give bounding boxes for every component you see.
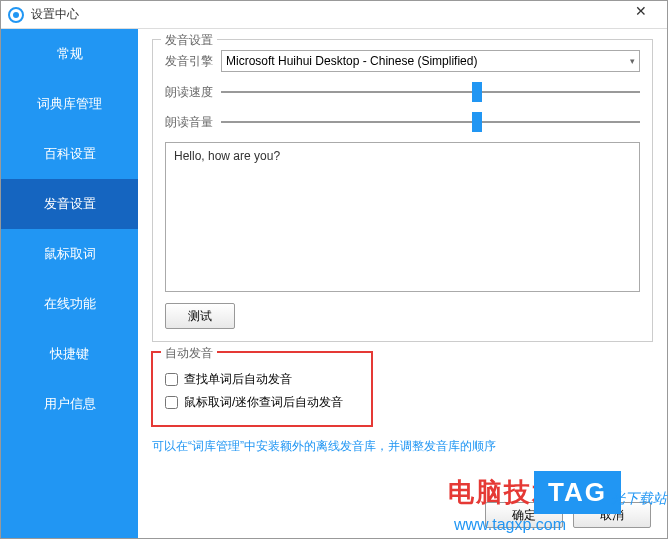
sidebar-item-shortcut[interactable]: 快捷键 [1,329,138,379]
volume-label: 朗读音量 [165,114,221,131]
auto-opt1-label: 查找单词后自动发音 [184,371,292,388]
sidebar-item-online[interactable]: 在线功能 [1,279,138,329]
auto-opt2-label: 鼠标取词/迷你查词后自动发音 [184,394,343,411]
slider-track [221,121,640,123]
engine-label: 发音引擎 [165,53,221,70]
window-title: 设置中心 [31,6,621,23]
chevron-down-icon: ▾ [630,56,635,66]
engine-select[interactable]: Microsoft Huihui Desktop - Chinese (Simp… [221,50,640,72]
voice-legend: 发音设置 [161,32,217,49]
test-button[interactable]: 测试 [165,303,235,329]
footer-buttons: 确定 取消 [485,502,651,528]
engine-value: Microsoft Huihui Desktop - Chinese (Simp… [226,54,477,68]
slider-track [221,91,640,93]
sidebar-item-encyclopedia[interactable]: 百科设置 [1,129,138,179]
auto-after-mouse-checkbox[interactable] [165,396,178,409]
ok-button[interactable]: 确定 [485,502,563,528]
sidebar-item-voice[interactable]: 发音设置 [1,179,138,229]
app-icon [7,6,25,24]
voice-settings-group: 发音设置 发音引擎 Microsoft Huihui Desktop - Chi… [152,39,653,342]
titlebar: 设置中心 ✕ [1,1,667,29]
sidebar-item-mouse[interactable]: 鼠标取词 [1,229,138,279]
sidebar-item-dict[interactable]: 词典库管理 [1,79,138,129]
hint-text: 可以在“词库管理”中安装额外的离线发音库，并调整发音库的顺序 [152,438,653,455]
cancel-button[interactable]: 取消 [573,502,651,528]
window-body: 常规 词典库管理 百科设置 发音设置 鼠标取词 在线功能 快捷键 用户信息 发音… [1,29,667,538]
sidebar: 常规 词典库管理 百科设置 发音设置 鼠标取词 在线功能 快捷键 用户信息 [1,29,138,538]
volume-slider[interactable] [221,112,640,132]
auto-after-lookup-checkbox[interactable] [165,373,178,386]
main-panel: 发音设置 发音引擎 Microsoft Huihui Desktop - Chi… [138,29,667,538]
slider-thumb[interactable] [472,112,482,132]
auto-voice-group: 自动发音 查找单词后自动发音 鼠标取词/迷你查词后自动发音 [152,352,372,426]
settings-window: 设置中心 ✕ 常规 词典库管理 百科设置 发音设置 鼠标取词 在线功能 快捷键 … [0,0,668,539]
slider-thumb[interactable] [472,82,482,102]
svg-point-1 [13,12,19,18]
speed-slider[interactable] [221,82,640,102]
sample-text-input[interactable]: Hello, how are you? [165,142,640,292]
sidebar-item-user[interactable]: 用户信息 [1,379,138,429]
close-icon[interactable]: ✕ [621,1,661,19]
speed-label: 朗读速度 [165,84,221,101]
auto-legend: 自动发音 [161,345,217,362]
sidebar-item-general[interactable]: 常规 [1,29,138,79]
